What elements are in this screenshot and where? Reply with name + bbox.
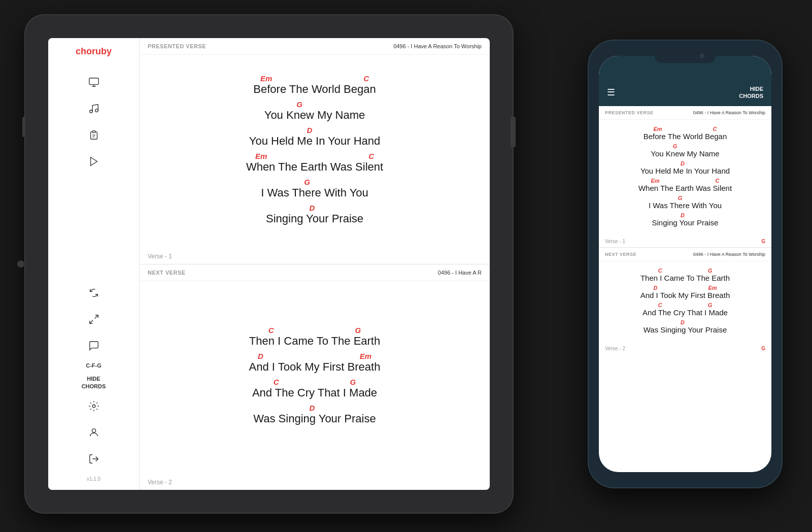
next-lyric-text-2: And I Took My First Breath <box>249 360 381 374</box>
chord-g-2: G <box>296 100 302 109</box>
phone-content: PRESENTED VERSE 0496 - I Have A Reason T… <box>599 106 771 472</box>
svg-rect-0 <box>89 78 98 85</box>
phone-next-verse: NEXT VERSE 0496 - I Have A Reason To Wor… <box>599 248 771 472</box>
next-chord-g-3: G <box>350 378 356 386</box>
lyric-text-2: You Knew My Name <box>264 109 365 122</box>
app-logo: choruby <box>76 46 112 57</box>
phone-next-footer: Verse - 2 G <box>599 343 771 354</box>
phone-next-label: NEXT VERSE <box>605 252 636 257</box>
next-verse-header: NEXT VERSE 0496 - I Have A R <box>140 264 490 281</box>
sidebar-icon-settings[interactable] <box>84 396 104 416</box>
phone-hide-chords-button[interactable]: HIDE CHORDS <box>739 85 763 100</box>
phone-lyric-5: G I Was There With You <box>603 195 767 211</box>
phone-lyric-1: Em C Before The World Began <box>603 126 767 142</box>
next-lyric-line-1: C G Then I Came To The Earth <box>249 326 380 351</box>
phone-lyric-2: G You Knew My Name <box>603 143 767 159</box>
next-lyric-text-3: And The Cry That I Made <box>252 386 377 400</box>
main-content: PRESENTED VERSE 0496 - I Have A Reason T… <box>140 38 490 490</box>
svg-point-11 <box>92 405 95 408</box>
svg-line-10 <box>89 320 92 323</box>
tablet-power-button <box>511 117 516 147</box>
svg-line-9 <box>94 315 97 318</box>
phone-presented-verse: PRESENTED VERSE 0496 - I Have A Reason T… <box>599 106 771 248</box>
svg-point-12 <box>92 429 95 433</box>
phone-next-lyric-3: C G And The Cry That I Made <box>603 302 767 318</box>
sidebar-icon-message[interactable] <box>84 336 104 356</box>
sidebar-icon-clipboard[interactable] <box>84 125 104 145</box>
presented-verse-body: Em C Before The World Began G You Knew M… <box>140 55 490 249</box>
phone-next-title: 0496 - I Have A Reason To Worship <box>693 252 765 257</box>
lyric-text-4: When The Earth Was Silent <box>246 160 383 174</box>
sidebar-icon-logout[interactable] <box>84 449 104 469</box>
phone-next-lyric-1: C G Then I Came To The Earth <box>603 268 767 284</box>
lyric-line-5: G I Was There With You <box>261 178 368 203</box>
sidebar-icon-monitor[interactable] <box>84 72 104 92</box>
phone-presented-label: PRESENTED VERSE <box>605 110 654 115</box>
tablet-screen: choruby <box>48 38 490 490</box>
svg-point-4 <box>95 109 98 112</box>
next-chord-em-2: Em <box>360 352 371 360</box>
lyric-line-4: Em C When The Earth Was Silent <box>246 152 383 177</box>
lyric-text-6: Singing Your Praise <box>266 212 363 225</box>
chord-c-1: C <box>363 74 369 83</box>
sidebar-icon-play[interactable] <box>84 151 104 172</box>
presented-verse-song-title: 0496 - I Have A Reason To Worship <box>393 43 482 49</box>
cfg-button[interactable]: C-F-G <box>86 362 101 369</box>
phone-device: ☰ HIDE CHORDS PRESENTED VERSE 0496 - I H… <box>589 41 782 487</box>
lyric-line-1: Em C Before The World Began <box>253 74 376 99</box>
phone-next-body: C G Then I Came To The Earth D Em And I … <box>599 261 771 343</box>
chord-em-4: Em <box>255 152 267 160</box>
phone-notch <box>655 49 716 63</box>
svg-point-3 <box>89 110 92 113</box>
phone-presented-header: PRESENTED VERSE 0496 - I Have A Reason T… <box>599 106 771 120</box>
next-chord-c-3: C <box>274 378 279 386</box>
phone-app-header: ☰ HIDE CHORDS <box>599 81 771 106</box>
sidebar: choruby <box>48 38 140 490</box>
chord-em-1: Em <box>260 74 272 83</box>
next-verse-song-title: 0496 - I Have A R <box>438 270 482 276</box>
phone-camera <box>699 53 704 58</box>
presented-verse-header: PRESENTED VERSE 0496 - I Have A Reason T… <box>140 38 490 55</box>
hide-chords-button[interactable]: HIDE CHORDS <box>82 375 106 390</box>
lyric-line-3: D You Held Me In Your Hand <box>249 126 381 151</box>
chord-g-5: G <box>304 178 310 186</box>
next-lyric-line-3: C G And The Cry That I Made <box>252 378 377 403</box>
phone-menu-icon[interactable]: ☰ <box>607 87 615 98</box>
phone-next-lyric-4: D Was Singing Your Praise <box>603 319 767 336</box>
phone-presented-body: Em C Before The World Began G You Knew M… <box>599 120 771 236</box>
phone-screen: ☰ HIDE CHORDS PRESENTED VERSE 0496 - I H… <box>599 56 771 472</box>
lyric-text-1: Before The World Began <box>253 83 376 96</box>
sidebar-icon-music[interactable] <box>84 98 104 119</box>
lyric-text-5: I Was There With You <box>261 186 368 200</box>
sidebar-icon-refresh[interactable] <box>84 283 104 303</box>
svg-marker-8 <box>90 157 97 166</box>
phone-lyric-6: D Singing Your Praise <box>603 212 767 228</box>
next-chord-c-1: C <box>268 326 274 335</box>
next-chord-d-2: D <box>258 352 263 360</box>
phone-presented-footer: Verse - 1 G <box>599 236 771 247</box>
phone-presented-title: 0496 - I Have A Reason To Worship <box>693 110 765 115</box>
tablet-home-button[interactable] <box>17 260 24 268</box>
presented-verse-section: PRESENTED VERSE 0496 - I Have A Reason T… <box>140 38 490 264</box>
lyric-line-2: G You Knew My Name <box>264 100 365 125</box>
lyric-text-3: You Held Me In Your Hand <box>249 135 381 148</box>
sidebar-icon-expand[interactable] <box>84 309 104 329</box>
next-lyric-text-4: Was Singing Your Praise <box>253 412 376 425</box>
lyric-line-6: D Singing Your Praise <box>266 204 363 228</box>
app-version: v1.1.0 <box>87 476 100 482</box>
next-lyric-line-2: D Em And I Took My First Breath <box>249 352 381 377</box>
phone-lyric-4: Em C When The Earth Was Silent <box>603 178 767 194</box>
presented-verse-label: PRESENTED VERSE <box>148 43 206 49</box>
tablet-volume-button <box>22 117 25 137</box>
sidebar-icon-user[interactable] <box>84 422 104 443</box>
next-verse-body: C G Then I Came To The Earth D Em And I … <box>140 281 490 475</box>
next-lyric-line-4: D Was Singing Your Praise <box>253 404 376 428</box>
next-verse-label: NEXT VERSE <box>148 270 186 276</box>
next-chord-g-1: G <box>355 326 361 335</box>
svg-rect-5 <box>92 131 95 133</box>
next-verse-section: NEXT VERSE 0496 - I Have A R C G Then I … <box>140 264 490 490</box>
chord-c-4: C <box>368 152 374 160</box>
next-chord-d-4: D <box>310 404 315 412</box>
chord-d-3: D <box>307 126 313 135</box>
phone-lyric-3: D You Held Me In Your Hand <box>603 160 767 177</box>
